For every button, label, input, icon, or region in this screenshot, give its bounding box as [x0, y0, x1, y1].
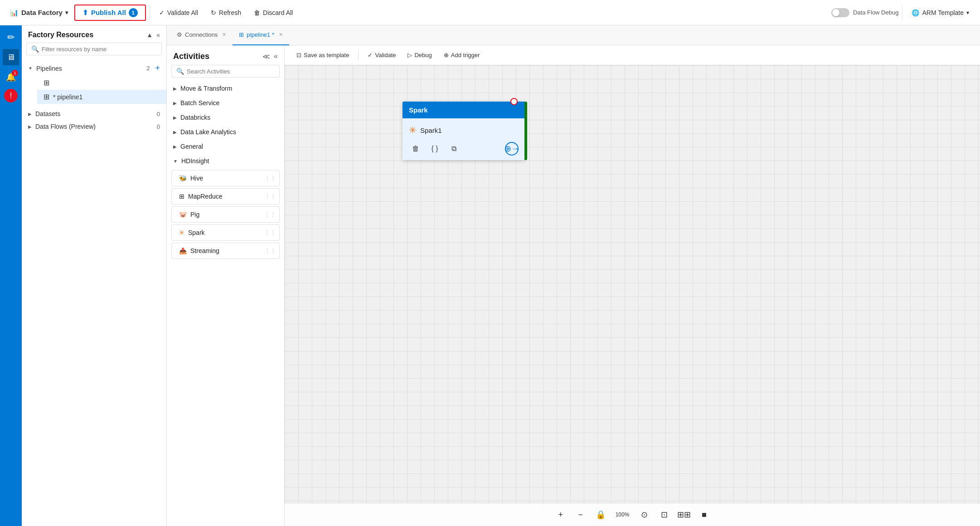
panel-title: Factory Resources	[28, 31, 93, 39]
pipelines-section: ▼ Pipelines 2 + ⊞ ⊞ * pipeline1	[22, 59, 166, 106]
publish-all-button[interactable]: ⬆ Publish All 1	[74, 5, 146, 21]
node-green-bar	[524, 102, 527, 160]
spark-delete-button[interactable]: 🗑	[409, 142, 422, 156]
spark-add-successor-button[interactable]: ⊕→	[505, 142, 519, 156]
canvas-fit-button[interactable]: ⊙	[636, 507, 652, 522]
datasets-arrow: ▶	[28, 112, 32, 117]
group-general[interactable]: ▶ General	[167, 139, 284, 154]
dataflows-header[interactable]: ▶ Data Flows (Preview) 0	[22, 120, 166, 133]
canvas-toolbar: ⊡ Save as template ✓ Validate ▷ Debug ⊕	[285, 45, 980, 65]
sidebar-icon-alert[interactable]: !	[4, 89, 18, 102]
node-status-dot	[510, 98, 518, 105]
pipeline-unnamed-icon: ⊞	[44, 78, 49, 87]
activity-spark[interactable]: ✳ Spark ⋮⋮	[171, 224, 280, 241]
pipeline1-tab-close[interactable]: ✕	[279, 32, 283, 38]
pipelines-label: Pipelines	[36, 65, 62, 72]
group-data-lake[interactable]: ▶ Data Lake Analytics	[167, 125, 284, 139]
sidebar-icon-monitor[interactable]: 🖥	[3, 49, 19, 65]
canvas-bottom-toolbar: + − 🔒 100% ⊙ ⊡ ⊞⊞ ■	[285, 503, 980, 526]
factory-button[interactable]: 📊 Data Factory ▾	[5, 7, 73, 19]
save-as-template-button[interactable]: ⊡ Save as template	[292, 49, 354, 61]
add-pipeline-button[interactable]: +	[155, 63, 160, 73]
canvas-lock-button[interactable]: 🔒	[593, 507, 608, 522]
activities-header: Activities ≪ «	[167, 45, 284, 65]
search-icon: 🔍	[31, 45, 39, 53]
arm-dropdown-icon: ▾	[966, 10, 969, 16]
activity-mapreduce[interactable]: ⊞ MapReduce ⋮⋮	[171, 188, 280, 205]
hive-icon: 🐝	[179, 175, 187, 182]
pipeline-item-unnamed[interactable]: ⊞	[37, 76, 166, 90]
pipeline-item-pipeline1[interactable]: ⊞ * pipeline1	[37, 90, 166, 104]
validate-all-icon: ✓	[159, 9, 165, 16]
canvas-content[interactable]: Spark ✳ Spark1 🗑 { } ⧉ ⊕→	[285, 65, 980, 526]
main-toolbar: 📊 Data Factory ▾ ⬆ Publish All 1 ✓ Valid…	[0, 0, 980, 25]
pipeline1-tab-label: pipeline1 *	[247, 31, 274, 38]
spark-params-button[interactable]: { }	[428, 142, 441, 156]
resource-search-box[interactable]: 🔍	[26, 43, 162, 55]
canvas-fullscreen-button[interactable]: ■	[696, 507, 712, 522]
pipeline1-tab[interactable]: ⊞ pipeline1 * ✕	[233, 25, 289, 45]
spark-copy-button[interactable]: ⧉	[447, 142, 461, 156]
canvas-zoom-out-button[interactable]: −	[573, 507, 588, 522]
activities-search-box[interactable]: 🔍	[171, 65, 280, 78]
collapse-left-icon[interactable]: «	[156, 31, 160, 39]
panel-header-controls: ▲ «	[146, 31, 160, 39]
canvas-sep-1	[358, 50, 359, 60]
canvas-select-button[interactable]: ⊡	[656, 507, 672, 522]
refresh-button[interactable]: ↻ Refresh	[205, 6, 247, 19]
group-databricks-label: Databricks	[180, 114, 210, 121]
dataflows-label: Data Flows (Preview)	[35, 123, 96, 130]
spark-node-header: Spark	[403, 102, 525, 118]
add-trigger-label: Add trigger	[451, 52, 480, 58]
publish-badge: 1	[129, 8, 138, 17]
canvas-layout-button[interactable]: ⊞⊞	[676, 507, 692, 522]
hive-label: Hive	[190, 175, 203, 182]
debug-toggle[interactable]	[831, 8, 849, 17]
group-databricks[interactable]: ▶ Databricks	[167, 110, 284, 125]
activities-chevron-icon[interactable]: «	[274, 52, 278, 61]
pipelines-count: 2	[146, 65, 150, 72]
group-move-transform[interactable]: ▶ Move & Transform	[167, 81, 284, 96]
group-general-label: General	[180, 143, 203, 150]
refresh-label: Refresh	[219, 9, 241, 16]
resource-search-input[interactable]	[42, 46, 157, 53]
spark-header-label: Spark	[409, 106, 428, 114]
sidebar-icon-notification[interactable]: 🔔 1	[3, 69, 19, 85]
spark-node[interactable]: Spark ✳ Spark1 🗑 { } ⧉ ⊕→	[403, 102, 525, 160]
debug-toggle-label: Data Flow Debug	[853, 9, 898, 16]
spark-drag-handle: ⋮⋮	[265, 229, 276, 236]
publish-label: Publish All	[91, 9, 126, 16]
collapse-up-icon[interactable]: ▲	[146, 31, 153, 39]
group-batch-service-label: Batch Service	[180, 99, 219, 107]
canvas-zoom-level[interactable]: 100%	[613, 507, 632, 522]
debug-toggle-group: Data Flow Debug	[831, 8, 898, 17]
canvas-zoom-in-button[interactable]: +	[553, 507, 568, 522]
datasets-header[interactable]: ▶ Datasets 0	[22, 107, 166, 120]
hive-drag-handle: ⋮⋮	[265, 175, 276, 181]
validate-all-button[interactable]: ✓ Validate All	[154, 6, 204, 19]
group-hdinsight[interactable]: ▼ HDInsight	[167, 154, 284, 168]
activities-collapse-icon[interactable]: ≪	[262, 52, 270, 61]
connections-tab[interactable]: ⚙ Connections ✕	[170, 25, 233, 45]
canvas-debug-button[interactable]: ▷ Debug	[403, 49, 436, 61]
arm-template-button[interactable]: 🌐 ARM Template ▾	[906, 6, 975, 19]
sidebar-icon-pencil[interactable]: ✏	[3, 29, 19, 45]
publish-icon: ⬆	[82, 9, 88, 17]
activity-pig[interactable]: 🐷 Pig ⋮⋮	[171, 206, 280, 223]
activities-search-input[interactable]	[187, 68, 275, 75]
connections-tab-close[interactable]: ✕	[222, 32, 226, 38]
spark-node-label: ✳ Spark1	[409, 125, 519, 136]
streaming-label: Streaming	[190, 247, 219, 254]
add-trigger-icon: ⊕	[444, 52, 449, 58]
add-trigger-button[interactable]: ⊕ Add trigger	[439, 49, 485, 61]
group-batch-service[interactable]: ▶ Batch Service	[167, 96, 284, 110]
pipeline-pipeline1: ⊞ * pipeline1	[22, 90, 166, 104]
canvas-validate-button[interactable]: ✓ Validate	[363, 49, 400, 61]
notification-badge: 1	[12, 70, 18, 76]
activity-streaming[interactable]: 📤 Streaming ⋮⋮	[171, 243, 280, 259]
canvas-debug-label: Debug	[414, 52, 432, 58]
datasets-count: 0	[157, 111, 160, 117]
pipelines-header[interactable]: ▼ Pipelines 2 +	[22, 61, 166, 76]
discard-all-button[interactable]: 🗑 Discard All	[248, 6, 298, 19]
activity-hive[interactable]: 🐝 Hive ⋮⋮	[171, 170, 280, 186]
